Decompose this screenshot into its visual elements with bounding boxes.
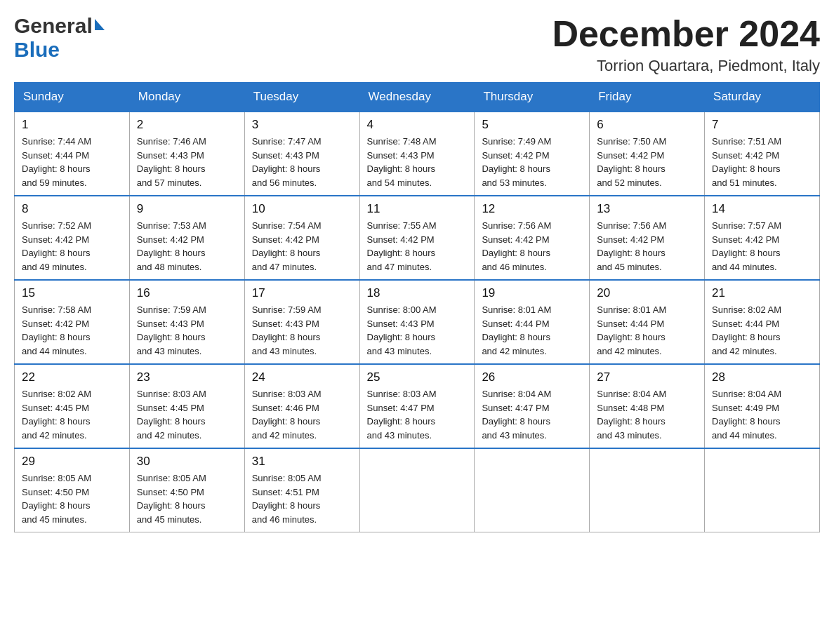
day-info: Sunrise: 8:05 AMSunset: 4:51 PMDaylight:… — [252, 473, 322, 525]
col-monday: Monday — [129, 83, 244, 112]
day-info: Sunrise: 8:04 AMSunset: 4:47 PMDaylight:… — [482, 389, 551, 441]
col-tuesday: Tuesday — [244, 83, 359, 112]
calendar-week-row: 29 Sunrise: 8:05 AMSunset: 4:50 PMDaylig… — [15, 448, 820, 532]
day-number: 12 — [482, 202, 582, 216]
day-number: 4 — [367, 118, 468, 132]
day-number: 31 — [252, 455, 352, 469]
day-number: 27 — [597, 370, 697, 384]
day-number: 19 — [482, 286, 582, 300]
day-info: Sunrise: 8:05 AMSunset: 4:50 PMDaylight:… — [137, 473, 206, 525]
calendar-header-row: Sunday Monday Tuesday Wednesday Thursday… — [15, 83, 820, 112]
calendar-table: Sunday Monday Tuesday Wednesday Thursday… — [14, 82, 820, 532]
day-number: 30 — [137, 455, 237, 469]
day-info: Sunrise: 7:53 AMSunset: 4:42 PMDaylight:… — [137, 220, 206, 272]
calendar-cell: 18 Sunrise: 8:00 AMSunset: 4:43 PMDaylig… — [359, 280, 475, 364]
day-info: Sunrise: 7:56 AMSunset: 4:42 PMDaylight:… — [482, 220, 551, 272]
month-title: December 2024 — [552, 14, 820, 54]
day-number: 28 — [712, 370, 812, 384]
day-info: Sunrise: 7:47 AMSunset: 4:43 PMDaylight:… — [252, 136, 322, 188]
day-number: 29 — [22, 455, 122, 469]
day-number: 2 — [137, 118, 237, 132]
day-number: 14 — [712, 202, 812, 216]
day-info: Sunrise: 8:04 AMSunset: 4:48 PMDaylight:… — [597, 389, 666, 441]
calendar-week-row: 1 Sunrise: 7:44 AMSunset: 4:44 PMDayligh… — [15, 112, 820, 196]
day-number: 9 — [137, 202, 237, 216]
day-info: Sunrise: 7:49 AMSunset: 4:42 PMDaylight:… — [482, 136, 551, 188]
day-number: 1 — [22, 118, 122, 132]
day-info: Sunrise: 7:55 AMSunset: 4:42 PMDaylight:… — [367, 220, 437, 272]
day-number: 24 — [252, 370, 352, 384]
calendar-cell: 31 Sunrise: 8:05 AMSunset: 4:51 PMDaylig… — [244, 448, 359, 532]
day-number: 25 — [367, 370, 468, 384]
day-number: 6 — [597, 118, 697, 132]
calendar-cell: 16 Sunrise: 7:59 AMSunset: 4:43 PMDaylig… — [129, 280, 244, 364]
day-info: Sunrise: 7:58 AMSunset: 4:42 PMDaylight:… — [22, 304, 91, 356]
day-info: Sunrise: 8:02 AMSunset: 4:45 PMDaylight:… — [22, 389, 91, 441]
calendar-cell: 19 Sunrise: 8:01 AMSunset: 4:44 PMDaylig… — [475, 280, 590, 364]
logo-blue: Blue — [14, 38, 60, 62]
calendar-cell: 15 Sunrise: 7:58 AMSunset: 4:42 PMDaylig… — [15, 280, 130, 364]
day-info: Sunrise: 8:03 AMSunset: 4:46 PMDaylight:… — [252, 389, 322, 441]
calendar-cell — [359, 448, 475, 532]
day-info: Sunrise: 7:51 AMSunset: 4:42 PMDaylight:… — [712, 136, 781, 188]
day-info: Sunrise: 7:52 AMSunset: 4:42 PMDaylight:… — [22, 220, 91, 272]
calendar-cell: 23 Sunrise: 8:03 AMSunset: 4:45 PMDaylig… — [129, 364, 244, 448]
day-number: 22 — [22, 370, 122, 384]
calendar-cell: 26 Sunrise: 8:04 AMSunset: 4:47 PMDaylig… — [475, 364, 590, 448]
calendar-cell: 29 Sunrise: 8:05 AMSunset: 4:50 PMDaylig… — [15, 448, 130, 532]
title-section: December 2024 Torrion Quartara, Piedmont… — [552, 14, 820, 75]
day-info: Sunrise: 7:57 AMSunset: 4:42 PMDaylight:… — [712, 220, 781, 272]
day-number: 3 — [252, 118, 352, 132]
day-info: Sunrise: 8:05 AMSunset: 4:50 PMDaylight:… — [22, 473, 91, 525]
day-number: 18 — [367, 286, 468, 300]
day-number: 23 — [137, 370, 237, 384]
day-number: 15 — [22, 286, 122, 300]
col-friday: Friday — [590, 83, 705, 112]
col-thursday: Thursday — [475, 83, 590, 112]
day-number: 17 — [252, 286, 352, 300]
logo-arrow-icon — [95, 19, 105, 30]
day-info: Sunrise: 7:56 AMSunset: 4:42 PMDaylight:… — [597, 220, 666, 272]
day-number: 21 — [712, 286, 812, 300]
day-number: 13 — [597, 202, 697, 216]
calendar-cell: 2 Sunrise: 7:46 AMSunset: 4:43 PMDayligh… — [129, 112, 244, 196]
calendar-cell: 21 Sunrise: 8:02 AMSunset: 4:44 PMDaylig… — [705, 280, 820, 364]
calendar-cell: 3 Sunrise: 7:47 AMSunset: 4:43 PMDayligh… — [244, 112, 359, 196]
day-number: 7 — [712, 118, 812, 132]
day-info: Sunrise: 8:02 AMSunset: 4:44 PMDaylight:… — [712, 304, 781, 356]
day-info: Sunrise: 8:01 AMSunset: 4:44 PMDaylight:… — [482, 304, 551, 356]
calendar-cell — [590, 448, 705, 532]
day-info: Sunrise: 8:04 AMSunset: 4:49 PMDaylight:… — [712, 389, 781, 441]
day-info: Sunrise: 7:54 AMSunset: 4:42 PMDaylight:… — [252, 220, 322, 272]
calendar-cell: 7 Sunrise: 7:51 AMSunset: 4:42 PMDayligh… — [705, 112, 820, 196]
calendar-cell: 17 Sunrise: 7:59 AMSunset: 4:43 PMDaylig… — [244, 280, 359, 364]
page-header: General Blue December 2024 Torrion Quart… — [14, 14, 820, 75]
calendar-week-row: 22 Sunrise: 8:02 AMSunset: 4:45 PMDaylig… — [15, 364, 820, 448]
calendar-cell: 28 Sunrise: 8:04 AMSunset: 4:49 PMDaylig… — [705, 364, 820, 448]
calendar-cell: 13 Sunrise: 7:56 AMSunset: 4:42 PMDaylig… — [590, 196, 705, 280]
calendar-cell: 30 Sunrise: 8:05 AMSunset: 4:50 PMDaylig… — [129, 448, 244, 532]
day-info: Sunrise: 8:03 AMSunset: 4:45 PMDaylight:… — [137, 389, 206, 441]
calendar-cell: 25 Sunrise: 8:03 AMSunset: 4:47 PMDaylig… — [359, 364, 475, 448]
col-saturday: Saturday — [705, 83, 820, 112]
calendar-cell: 20 Sunrise: 8:01 AMSunset: 4:44 PMDaylig… — [590, 280, 705, 364]
calendar-cell: 6 Sunrise: 7:50 AMSunset: 4:42 PMDayligh… — [590, 112, 705, 196]
day-info: Sunrise: 7:59 AMSunset: 4:43 PMDaylight:… — [252, 304, 322, 356]
calendar-cell — [475, 448, 590, 532]
day-number: 11 — [367, 202, 468, 216]
day-number: 26 — [482, 370, 582, 384]
calendar-cell: 5 Sunrise: 7:49 AMSunset: 4:42 PMDayligh… — [475, 112, 590, 196]
day-info: Sunrise: 8:01 AMSunset: 4:44 PMDaylight:… — [597, 304, 666, 356]
calendar-cell: 27 Sunrise: 8:04 AMSunset: 4:48 PMDaylig… — [590, 364, 705, 448]
day-number: 5 — [482, 118, 582, 132]
calendar-cell — [705, 448, 820, 532]
day-number: 16 — [137, 286, 237, 300]
col-wednesday: Wednesday — [359, 83, 475, 112]
day-info: Sunrise: 7:50 AMSunset: 4:42 PMDaylight:… — [597, 136, 666, 188]
calendar-week-row: 15 Sunrise: 7:58 AMSunset: 4:42 PMDaylig… — [15, 280, 820, 364]
day-info: Sunrise: 7:59 AMSunset: 4:43 PMDaylight:… — [137, 304, 206, 356]
calendar-cell: 11 Sunrise: 7:55 AMSunset: 4:42 PMDaylig… — [359, 196, 475, 280]
logo-general: General — [14, 14, 93, 38]
calendar-cell: 4 Sunrise: 7:48 AMSunset: 4:43 PMDayligh… — [359, 112, 475, 196]
day-info: Sunrise: 8:00 AMSunset: 4:43 PMDaylight:… — [367, 304, 437, 356]
